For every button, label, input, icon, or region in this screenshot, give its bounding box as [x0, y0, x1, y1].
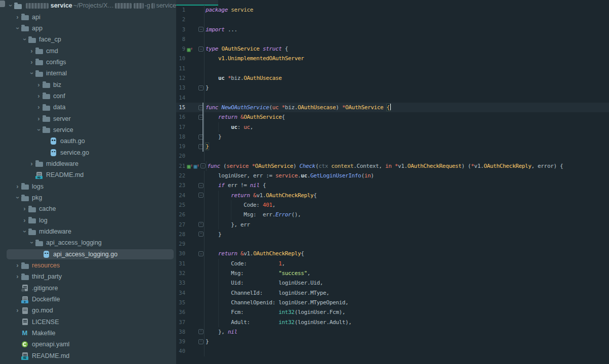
implements-gutter-icon[interactable]: ↑: [187, 163, 193, 169]
tree-item-server[interactable]: ›server: [0, 113, 176, 124]
code-line-text[interactable]: [206, 151, 609, 161]
tree-item-api[interactable]: ›api: [0, 11, 176, 22]
tree-item-readme-md[interactable]: ›README.md: [0, 350, 176, 361]
chevron-down-icon[interactable]: ›: [8, 3, 14, 9]
tree-item-go-mod[interactable]: ›go.mod: [0, 305, 176, 316]
tree-item-third-party[interactable]: ›third_party: [0, 271, 176, 282]
code-line-text[interactable]: uc *biz.OAuthUsecase: [206, 73, 609, 83]
code-line-text[interactable]: }: [206, 337, 609, 346]
code-line-text[interactable]: return &v1.OAuthCheckReply{: [206, 191, 609, 200]
tree-item-internal[interactable]: ›internal: [0, 68, 176, 79]
fold-end-marker[interactable]: ^: [198, 222, 204, 227]
tree-item-biz[interactable]: ›biz: [0, 79, 176, 90]
chevron-down-icon[interactable]: ›: [22, 229, 28, 235]
tree-item-license[interactable]: ›LICENSE: [0, 316, 176, 328]
tree-item-cache[interactable]: ›cache: [0, 203, 176, 214]
code-line-text[interactable]: uc: uc,: [206, 122, 609, 132]
tree-item-middleware[interactable]: ›middleware: [0, 158, 176, 169]
chevron-right-icon[interactable]: ›: [14, 184, 21, 190]
tree-item-conf[interactable]: ›conf: [0, 90, 176, 102]
code-line-text[interactable]: Msg: err.Error(),: [206, 210, 609, 219]
code-line-text[interactable]: Fcm: int32(loginUser.Fcm),: [206, 307, 609, 317]
tree-item-makefile[interactable]: ›MMakefile: [0, 328, 176, 339]
tree-item-service[interactable]: ›service: [0, 124, 176, 135]
tree-item-middleware[interactable]: ›middleware: [0, 226, 176, 237]
chevron-right-icon[interactable]: ›: [14, 14, 21, 20]
code-line-text[interactable]: import ...: [206, 25, 609, 34]
tree-item-dockerfile[interactable]: ›Dockerfile: [0, 294, 176, 305]
code-line-text[interactable]: Adult: int32(loginUser.Adult),: [206, 317, 609, 327]
code-line-text[interactable]: }: [206, 230, 609, 239]
chevron-right-icon[interactable]: ›: [28, 161, 35, 167]
tree-item-face-cp[interactable]: ›face_cp: [0, 34, 176, 45]
chevron-down-icon[interactable]: ›: [36, 126, 42, 133]
code-line-text[interactable]: }: [206, 83, 609, 93]
code-line-text[interactable]: package service: [206, 5, 609, 15]
fold-start-marker[interactable]: −: [198, 47, 204, 52]
chevron-right-icon[interactable]: ›: [28, 59, 35, 65]
chevron-down-icon[interactable]: ›: [15, 25, 21, 31]
fold-end-marker[interactable]: ^: [198, 339, 204, 344]
code-line-text[interactable]: return &OAuthService{: [206, 112, 609, 122]
tree-item-logs[interactable]: ›logs: [0, 181, 176, 192]
implements-gutter-icon[interactable]: ↑: [187, 46, 193, 52]
code-line-text[interactable]: Code: 401,: [206, 200, 609, 210]
code-line-text[interactable]: type OAuthService struct {: [206, 44, 609, 54]
tree-item-configs[interactable]: ›configs: [0, 57, 176, 68]
tree-item-pkg[interactable]: ›pkg: [0, 192, 176, 203]
chevron-right-icon[interactable]: ›: [35, 104, 42, 110]
fold-start-marker[interactable]: −: [198, 193, 204, 198]
chevron-right-icon[interactable]: ›: [14, 274, 21, 280]
chevron-right-icon[interactable]: ›: [14, 262, 21, 268]
tree-item-resources[interactable]: ›resources: [0, 260, 176, 271]
fold-start-marker[interactable]: −: [198, 251, 204, 256]
overrides-gutter-icon[interactable]: ↑: [193, 163, 199, 169]
fold-start-marker[interactable]: −: [198, 27, 204, 32]
chevron-down-icon[interactable]: ›: [29, 240, 35, 246]
tree-item--gitignore[interactable]: ›.gitignore: [0, 283, 176, 294]
code-line-text[interactable]: ChannelId: loginUser.MType,: [206, 288, 609, 298]
code-line-text[interactable]: loginUser, err := service.uc.GetLoginUse…: [206, 171, 609, 180]
code-line-text[interactable]: [206, 346, 609, 356]
chevron-right-icon[interactable]: ›: [35, 82, 42, 88]
tree-item-api-access-logging[interactable]: ›api_access_logging: [0, 237, 176, 248]
fold-end-marker[interactable]: ^: [198, 329, 204, 334]
fold-end-marker[interactable]: ^: [198, 85, 204, 90]
code-line-text[interactable]: if err != nil {: [206, 180, 609, 190]
chevron-right-icon[interactable]: ›: [35, 116, 42, 122]
tree-item-app[interactable]: ›app: [0, 23, 176, 34]
tree-item-data[interactable]: ›data: [0, 102, 176, 113]
chevron-right-icon[interactable]: ›: [14, 307, 21, 313]
chevron-right-icon[interactable]: ›: [21, 206, 28, 212]
code-line-text[interactable]: Uid: loginUser.Uid,: [206, 278, 609, 288]
code-line-text[interactable]: [206, 239, 609, 249]
tree-item-api-access-logging-go[interactable]: ›api_access_logging.go: [0, 249, 176, 260]
code-line-text[interactable]: }, err: [206, 220, 609, 230]
tree-item-log[interactable]: ›log: [0, 215, 176, 226]
tree-item-project-root[interactable]: ›service ~/Projects/X… -g service: [0, 0, 176, 11]
chevron-down-icon[interactable]: ›: [15, 195, 21, 201]
tree-item-cmd[interactable]: ›cmd: [0, 45, 176, 56]
code-line-text[interactable]: return &v1.OAuthCheckReply{: [206, 249, 609, 258]
chevron-right-icon[interactable]: ›: [28, 48, 35, 54]
code-line-text[interactable]: [206, 93, 609, 103]
fold-start-marker[interactable]: −: [200, 163, 206, 168]
code-line-text[interactable]: [206, 64, 609, 73]
code-line-text[interactable]: }: [206, 132, 609, 142]
tree-item-readme-md[interactable]: ›README.md: [0, 169, 176, 180]
code-line-text[interactable]: func (service *OAuthService) Check(ctx c…: [208, 161, 609, 171]
chevron-down-icon[interactable]: ›: [29, 70, 35, 77]
tree-item-openapi-yaml[interactable]: ›openapi.yaml: [0, 339, 176, 350]
chevron-right-icon[interactable]: ›: [21, 217, 28, 223]
chevron-down-icon[interactable]: ›: [22, 36, 28, 43]
tree-item-service-go[interactable]: ›service.go: [0, 147, 176, 158]
code-line-text[interactable]: ChannelOpenid: loginUser.MTypeOpenid,: [206, 298, 609, 307]
code-line-text[interactable]: Code: 1,: [206, 259, 609, 268]
tree-item-oauth-go[interactable]: ›oauth.go: [0, 135, 176, 147]
code-line-text[interactable]: }, nil: [206, 327, 609, 337]
fold-start-marker[interactable]: −: [198, 183, 204, 188]
code-line-text[interactable]: }: [206, 142, 609, 151]
chevron-right-icon[interactable]: ›: [35, 93, 42, 99]
code-line-text[interactable]: func NewOAuthService(uc *biz.OAuthUsecas…: [206, 103, 609, 112]
code-line-text[interactable]: v1.UnimplementedOAuthServer: [206, 54, 609, 63]
